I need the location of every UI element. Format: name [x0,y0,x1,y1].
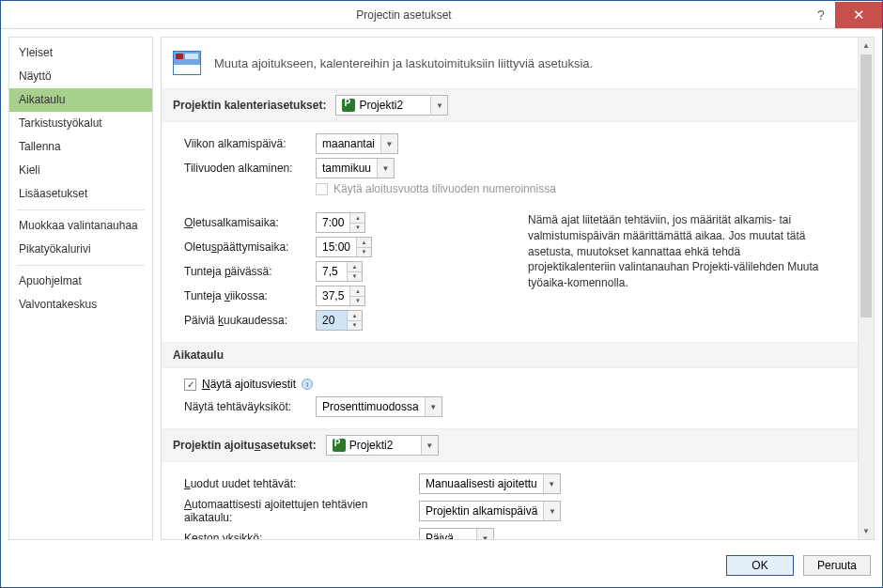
default-start-time-input[interactable]: 7:00▲▼ [316,212,365,233]
banner-text: Muuta ajoitukseen, kalentereihin ja lask… [214,56,593,70]
chevron-down-icon: ▼ [380,134,397,153]
hours-per-day-label: Tunteja päivässä: [184,265,306,278]
chevron-down-icon: ▼ [543,474,560,493]
days-per-month-label: Päiviä kuukaudessa: [184,314,306,327]
sidebar-item-quick-access[interactable]: Pikatyökalurivi [9,238,152,261]
duration-unit-label: Keston yksikkö: [184,532,410,539]
hours-per-week-input[interactable]: 37,5▲▼ [316,286,365,306]
scroll-down-icon[interactable]: ▼ [859,523,874,539]
spin-up-icon[interactable]: ▲ [350,213,364,224]
scroll-up-icon[interactable]: ▲ [859,38,874,54]
time-hint-text: Nämä ajat liitetään tehtäviin, jos määri… [528,212,819,291]
chevron-down-icon: ▼ [425,397,442,416]
sidebar-item-save[interactable]: Tallenna [9,135,152,159]
sidebar-item-schedule[interactable]: Aikataulu [9,88,152,112]
sidebar-item-proofing[interactable]: Tarkistustyökalut [9,112,152,135]
category-sidebar: Yleiset Näyttö Aikataulu Tarkistustyökal… [8,37,153,540]
new-tasks-select[interactable]: Manuaalisesti ajoitettu▼ [419,473,561,494]
spin-up-icon[interactable]: ▲ [357,238,371,248]
chevron-down-icon: ▼ [430,96,447,115]
cancel-button[interactable]: Peruuta [803,555,871,576]
sidebar-item-trust-center[interactable]: Valvontakeskus [9,293,152,317]
project-selector-2[interactable]: Projekti2 ▼ [326,435,439,456]
sidebar-item-display[interactable]: Näyttö [9,65,152,88]
info-icon[interactable]: i [302,379,313,390]
show-scheduling-messages-label: Näytä ajoitusviestit [202,378,296,391]
project-selector[interactable]: Projekti2 ▼ [335,95,448,116]
auto-tasks-select[interactable]: Projektin alkamispäivä▼ [419,501,561,521]
chevron-down-icon: ▼ [377,159,394,178]
project-selector-2-value: Projekti2 [349,439,394,452]
sidebar-item-advanced[interactable]: Lisäasetukset [9,182,152,206]
project-icon [333,439,346,452]
sidebar-item-customize-ribbon[interactable]: Muokkaa valintanauhaa [9,214,152,238]
dialog-title: Projectin asetukset [1,8,807,22]
days-per-month-input[interactable]: 20▲▼ [316,310,363,331]
sidebar-item-language[interactable]: Kieli [9,159,152,182]
content-panel: Muuta ajoitukseen, kalentereihin ja lask… [162,38,874,539]
schedule-icon [173,51,201,75]
task-units-select[interactable]: Prosenttimuodossa▼ [316,396,442,417]
chevron-down-icon: ▼ [543,502,560,520]
spin-down-icon[interactable]: ▼ [350,224,364,233]
sidebar-separator [17,209,145,210]
section-schedopts-title: Projektin ajoitusasetukset: [173,439,317,452]
sidebar-separator [17,265,145,266]
close-button[interactable]: ✕ [835,2,882,28]
vertical-scrollbar[interactable]: ▲ ▼ [858,38,874,539]
spin-up-icon[interactable]: ▲ [348,311,362,321]
spin-down-icon[interactable]: ▼ [357,248,371,257]
ok-button[interactable]: OK [726,555,794,576]
project-selector-value: Projekti2 [359,99,403,112]
hours-per-day-input[interactable]: 7,5▲▼ [316,261,363,282]
default-end-time-input[interactable]: 15:00▲▼ [316,237,372,257]
spin-up-icon[interactable]: ▲ [350,286,364,297]
show-scheduling-messages-checkbox[interactable] [184,379,196,391]
use-starting-year-label: Käytä aloitusvuotta tilivuoden numeroinn… [333,182,556,195]
hours-per-week-label: Tunteja viikossa: [184,289,306,302]
project-icon [342,99,355,112]
week-start-select[interactable]: maanantai▼ [316,133,398,154]
fiscal-start-label: Tilivuoden alkaminen: [184,162,306,175]
spin-down-icon[interactable]: ▼ [350,297,364,306]
chevron-down-icon: ▼ [476,529,493,539]
auto-tasks-label: Automaattisesti ajoitettujen tehtävien a… [184,498,410,524]
default-start-time-label: Oletusalkamisaika: [184,216,306,229]
sidebar-item-addins[interactable]: Apuohjelmat [9,270,152,293]
duration-unit-select[interactable]: Päivä▼ [419,528,494,539]
help-button[interactable]: ? [807,2,835,28]
section-schedule-title: Aikataulu [162,342,858,368]
task-units-label: Näytä tehtäväyksiköt: [184,400,306,413]
scrollbar-thumb[interactable] [860,54,872,317]
spin-down-icon[interactable]: ▼ [348,321,362,331]
default-end-time-label: Oletuspäättymisaika: [184,240,306,254]
spin-down-icon[interactable]: ▼ [348,272,362,282]
spin-up-icon[interactable]: ▲ [348,262,362,272]
sidebar-item-general[interactable]: Yleiset [9,41,152,65]
fiscal-start-select[interactable]: tammikuu▼ [316,158,395,178]
use-starting-year-checkbox [316,183,328,195]
chevron-down-icon: ▼ [421,436,438,455]
new-tasks-label: Luodut uudet tehtävät: [184,477,410,490]
section-calendar-title: Projektin kalenteriasetukset: [173,99,326,112]
week-start-label: Viikon alkamispäivä: [184,137,306,150]
